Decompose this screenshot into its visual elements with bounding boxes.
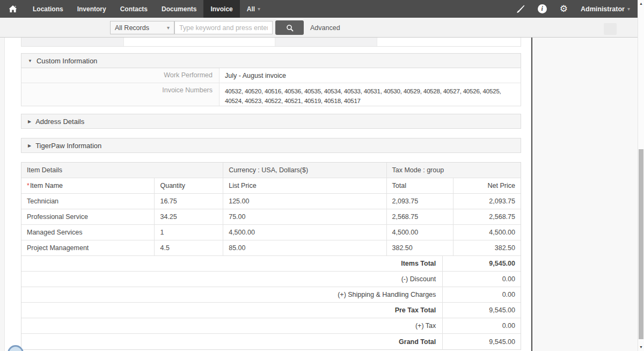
field-row-work-performed: Work Performed July - August invoice	[21, 68, 521, 83]
scrollbar-down-arrow-icon[interactable]: ▼	[638, 345, 644, 350]
truncated-label-cell	[275, 38, 377, 46]
truncated-value-cell	[124, 38, 275, 46]
column-header-net-price: Net Price	[453, 178, 521, 193]
home-button[interactable]	[0, 0, 26, 18]
column-header-item-name: * Item Name	[21, 178, 155, 193]
nav-item-inventory[interactable]: Inventory	[70, 0, 113, 18]
nav-label: Locations	[33, 5, 63, 13]
top-navbar: Locations Inventory Contacts Documents I…	[0, 0, 638, 18]
nav-label: Invoice	[210, 5, 232, 13]
column-header-list-price: List Price	[223, 178, 386, 193]
totals-label: Grand Total	[21, 334, 443, 349]
totals-row-grand-total: Grand Total 9,545.00	[21, 334, 521, 349]
nav-item-all[interactable]: All ▾	[240, 0, 267, 18]
help-info-button[interactable]: i	[538, 4, 547, 13]
table-group-header-row: Item Details Currency : USA, Dollars($) …	[21, 163, 521, 178]
info-icon: i	[538, 4, 547, 13]
group-header-item-details: Item Details	[21, 163, 223, 178]
section-title: TigerPaw Information	[35, 142, 101, 150]
global-search-bar: All Records ▾ Advanced	[0, 18, 638, 38]
search-input[interactable]	[174, 21, 273, 34]
expand-arrow-icon: ▶	[28, 119, 31, 124]
info-glyph: i	[541, 5, 543, 13]
cell-list-price: 85.00	[223, 240, 386, 255]
cell-quantity: 16.75	[155, 194, 223, 209]
totals-value: 0.00	[443, 287, 521, 302]
totals-label: (+) Shipping & Handling Charges	[21, 287, 443, 302]
nav-label: All	[247, 5, 255, 13]
navbar-right: i ⚙ Administrator ▾	[516, 0, 638, 18]
nav-item-documents[interactable]: Documents	[155, 0, 203, 18]
totals-row-items-total: Items Total 9,545.00	[21, 256, 521, 272]
field-label: Work Performed	[21, 68, 219, 83]
gear-icon: ⚙	[560, 4, 568, 13]
user-menu[interactable]: Administrator ▾	[581, 5, 630, 13]
truncated-detail-row	[21, 38, 521, 47]
advanced-search-link[interactable]: Advanced	[310, 18, 340, 38]
nav-label: Documents	[162, 5, 196, 13]
cell-total: 4,500.00	[387, 225, 454, 240]
brush-icon	[516, 5, 525, 13]
totals-row-discount: (-) Discount 0.00	[21, 272, 521, 287]
table-column-header-row: * Item Name Quantity List Price Total Ne…	[21, 178, 521, 194]
nav-item-invoice[interactable]: Invoice	[203, 0, 239, 18]
theme-brush-button[interactable]	[516, 5, 525, 13]
ghost-button[interactable]	[604, 23, 617, 35]
required-marker: *	[27, 182, 30, 189]
cell-quantity: 34.25	[155, 209, 223, 224]
group-header-currency: Currency : USA, Dollars($)	[223, 163, 386, 178]
totals-row-tax: (+) Tax 0.00	[21, 318, 521, 334]
settings-button[interactable]: ⚙	[560, 4, 568, 13]
table-row: Managed Services 1 4,500.00 4,500.00 4,5…	[21, 225, 521, 240]
truncated-label-cell	[21, 38, 124, 46]
chevron-down-icon: ▾	[167, 25, 170, 31]
section-title: Custom Information	[36, 57, 97, 65]
field-label: Invoice Numbers	[21, 83, 219, 106]
home-icon	[9, 5, 17, 13]
cell-total: 2,093.75	[387, 194, 454, 209]
totals-value: 0.00	[443, 272, 521, 287]
custom-information-fields: Work Performed July - August invoice Inv…	[21, 68, 521, 106]
section-header-address-details[interactable]: ▶ Address Details	[21, 114, 521, 129]
scrollbar-up-arrow-icon[interactable]: ▲	[638, 1, 644, 6]
section-header-tigerpaw-information[interactable]: ▶ TigerPaw Information	[21, 138, 521, 153]
cell-item-name: Project Management	[21, 240, 155, 255]
scrollbar-thumb[interactable]	[639, 149, 643, 339]
cell-item-name: Managed Services	[21, 225, 155, 240]
cell-list-price: 75.00	[223, 209, 386, 224]
search-icon	[286, 24, 294, 32]
search-scope-select[interactable]: All Records ▾	[110, 21, 174, 34]
table-row: Technician 16.75 125.00 2,093.75 2,093.7…	[21, 194, 521, 209]
vertical-scrollbar[interactable]: ▲ ▼	[638, 0, 644, 351]
nav-label: Contacts	[120, 5, 148, 13]
cell-total: 2,568.75	[387, 209, 454, 224]
search-button[interactable]	[275, 20, 304, 35]
group-header-tax-mode: Tax Mode : group	[387, 163, 521, 178]
chevron-down-icon: ▾	[258, 6, 260, 12]
totals-label: (+) Tax	[21, 318, 443, 333]
main-menu: Locations Inventory Contacts Documents I…	[26, 0, 267, 18]
field-value: July - August invoice	[219, 68, 521, 83]
cell-total: 382.50	[387, 240, 454, 255]
cell-list-price: 125.00	[223, 194, 386, 209]
nav-item-locations[interactable]: Locations	[26, 0, 70, 18]
nav-label: Inventory	[77, 5, 106, 13]
totals-label: Items Total	[21, 256, 443, 271]
column-header-quantity: Quantity	[155, 178, 223, 193]
invoice-detail-page: ▼ Custom Information Work Performed July…	[4, 38, 530, 351]
totals-label: (-) Discount	[21, 272, 443, 287]
app-root: { "nav": { "items": [ {"label": "Locatio…	[0, 0, 644, 351]
field-row-invoice-numbers: Invoice Numbers 40532, 40520, 40516, 405…	[21, 83, 521, 106]
table-row: Project Management 4.5 85.00 382.50 382.…	[21, 240, 521, 256]
totals-value: 0.00	[443, 318, 521, 333]
totals-row-pre-tax-total: Pre Tax Total 9,545.00	[21, 303, 521, 318]
nav-item-contacts[interactable]: Contacts	[113, 0, 155, 18]
totals-value: 9,545.00	[443, 303, 521, 318]
section-header-custom-information[interactable]: ▼ Custom Information	[21, 53, 521, 68]
cell-net-price: 4,500.00	[453, 225, 521, 240]
column-header-total: Total	[387, 178, 454, 193]
search-scope-value: All Records	[115, 24, 149, 32]
totals-row-shipping: (+) Shipping & Handling Charges 0.00	[21, 287, 521, 303]
cell-item-name: Professional Service	[21, 209, 155, 224]
cell-quantity: 4.5	[155, 240, 223, 255]
